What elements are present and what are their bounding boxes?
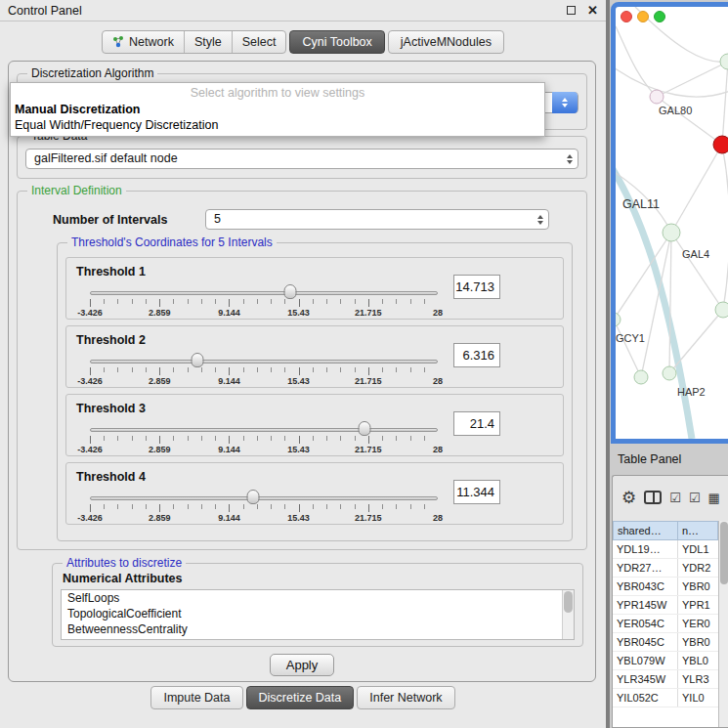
scrollbar-thumb[interactable] (720, 522, 728, 584)
zoom-traffic-light-icon[interactable] (654, 11, 665, 22)
float-window-icon[interactable] (567, 6, 576, 15)
table-row[interactable]: YBL079WYBL0 (613, 652, 718, 670)
slider-thumb[interactable] (359, 421, 371, 436)
algorithm-option-manual-discretization[interactable]: Manual Discretization (11, 102, 544, 117)
table-row[interactable]: YDL19…YDL1 (613, 540, 718, 559)
table-row[interactable]: YLR345WYLR3 (613, 670, 718, 689)
slider-thumb[interactable] (247, 490, 260, 504)
slider-track[interactable] (90, 291, 438, 295)
bottom-tab-bar: Impute Data Discretize Data Infer Networ… (0, 686, 606, 709)
gear-icon[interactable]: ⚙ (621, 490, 636, 506)
threshold-value-box[interactable]: 14.713 (453, 275, 500, 299)
slider-thumb[interactable] (192, 353, 204, 367)
select-all-checkbox-icon[interactable]: ☑ (689, 492, 701, 504)
network-node[interactable] (663, 224, 680, 241)
close-window-icon[interactable]: ✕ (587, 3, 598, 18)
minimize-traffic-light-icon[interactable] (637, 11, 649, 22)
tick-label: -3.426 (77, 445, 103, 454)
table-cell: YER0 (678, 615, 718, 632)
interval-definition-group: Interval Definition Number of Intervals … (17, 191, 587, 550)
scrollbar-thumb[interactable] (564, 591, 573, 613)
table-scrollbar[interactable] (718, 521, 728, 727)
attribute-item[interactable]: BetweennessCentrality (62, 621, 574, 637)
grid-icon[interactable]: ▦ (708, 492, 720, 504)
network-view-window[interactable]: GAL80GAL11GAL4GCY1HAP2 (611, 2, 728, 444)
close-traffic-light-icon[interactable] (621, 11, 632, 22)
tab-jactivemnodules[interactable]: jActiveMNodules (388, 30, 504, 54)
algorithm-option-equal-width-frequency[interactable]: Equal Width/Frequency Discretization (11, 117, 544, 133)
control-panel-window: Control Panel ✕ Network Style Select (0, 0, 606, 728)
table-cell: YPR145W (613, 596, 678, 614)
threshold-slider[interactable]: -3.4262.8599.14415.4321.71528 (90, 356, 438, 387)
columns-icon[interactable] (644, 491, 662, 504)
slider-track[interactable] (90, 496, 438, 500)
column-header-name[interactable]: n… (678, 521, 718, 540)
up-arrow-icon (567, 154, 573, 158)
attribute-item[interactable]: SelfLoops (62, 590, 574, 606)
threshold-box: Threshold 1 -3.4262.8599.14415.4321.7152… (65, 257, 564, 320)
columns-icon-divider (653, 492, 655, 502)
tab-network[interactable]: Network (103, 31, 184, 53)
combobox-arrows-cap[interactable] (552, 92, 578, 113)
tick-label: 2.859 (149, 308, 171, 318)
table-cell: YBR043C (613, 578, 678, 595)
tab-network-label: Network (129, 35, 174, 49)
attribute-item[interactable]: TopologicalCoefficient (62, 606, 574, 621)
table-row[interactable]: YBR043CYBR0 (613, 578, 718, 596)
network-node[interactable] (650, 90, 664, 104)
slider-track[interactable] (90, 360, 438, 364)
table-row[interactable]: YER054CYER0 (613, 615, 718, 633)
algorithm-placeholder-option[interactable]: Select algorithm to view settings (11, 83, 544, 102)
threshold-value-box[interactable]: 11.344 (453, 480, 500, 504)
network-node[interactable] (616, 313, 621, 326)
table-cell: YIL052C (613, 689, 678, 707)
table-row[interactable]: YPR145WYPR1 (613, 596, 718, 615)
network-node[interactable] (634, 370, 648, 384)
attributes-group-label: Attributes to discretize (63, 556, 186, 570)
slider-track[interactable] (90, 428, 438, 432)
attributes-scrollbar[interactable] (562, 590, 574, 639)
tab-discretize-data[interactable]: Discretize Data (246, 686, 355, 709)
thresholds-group: Threshold's Coordinates for 5 Intervals … (57, 242, 573, 541)
network-graph[interactable]: GAL80GAL11GAL4GCY1HAP2 (616, 7, 728, 439)
table-row[interactable]: YBR045CYBR0 (613, 633, 718, 652)
tab-impute-data[interactable]: Impute Data (150, 686, 242, 709)
numerical-attributes-list[interactable]: SelfLoopsTopologicalCoefficientBetweenne… (61, 589, 575, 640)
table-cell: YIL0 (678, 689, 718, 707)
tick-label: 15.43 (287, 513, 310, 523)
number-of-intervals-combobox[interactable]: 5 (205, 209, 549, 230)
table-data-group: Table Data galFiltered.sif default node (17, 136, 587, 179)
slider-thumb[interactable] (284, 284, 297, 299)
tick-label: 28 (433, 445, 443, 454)
network-node[interactable] (715, 302, 728, 318)
threshold-value-box[interactable]: 6.316 (453, 343, 500, 367)
window-title: Control Panel (8, 4, 82, 18)
apply-button[interactable]: Apply (270, 654, 334, 676)
threshold-slider[interactable]: -3.4262.8599.14415.4321.71528 (90, 492, 438, 524)
tab-style[interactable]: Style (184, 31, 232, 53)
tick-label: 28 (433, 513, 443, 523)
network-node[interactable] (663, 366, 676, 380)
select-columns-checkbox-icon[interactable]: ☑ (669, 492, 681, 504)
tab-select[interactable]: Select (232, 31, 286, 53)
network-node[interactable] (713, 136, 728, 153)
threshold-value-box[interactable]: 21.4 (453, 411, 500, 436)
network-node[interactable] (720, 54, 728, 69)
table-data-combobox[interactable]: galFiltered.sif default node (25, 149, 578, 169)
tab-cyni-toolbox[interactable]: Cyni Toolbox (289, 30, 384, 54)
threshold-slider[interactable]: -3.4262.8599.14415.4321.71528 (90, 287, 438, 319)
network-node-label: GAL4 (682, 248, 709, 260)
tick-label: 21.715 (355, 445, 382, 454)
stepper-icon (567, 154, 573, 164)
table-row[interactable]: YIL052CYIL0 (613, 689, 718, 707)
column-header-shared-name[interactable]: shared… (613, 521, 678, 540)
up-arrow-icon (562, 98, 568, 102)
tab-select-label: Select (242, 35, 277, 49)
table-row[interactable]: YDR27…YDR2 (613, 559, 718, 578)
algorithm-dropdown-popup: Select algorithm to view settings Manual… (10, 82, 545, 137)
table-toolbar: ⚙ ☑ ☑ ▦ (613, 476, 728, 519)
slider-scale: -3.4262.8599.14415.4321.71528 (90, 299, 438, 319)
window-controls (621, 11, 665, 22)
tab-infer-network[interactable]: Infer Network (357, 686, 454, 709)
threshold-slider[interactable]: -3.4262.8599.14415.4321.71528 (90, 424, 438, 455)
